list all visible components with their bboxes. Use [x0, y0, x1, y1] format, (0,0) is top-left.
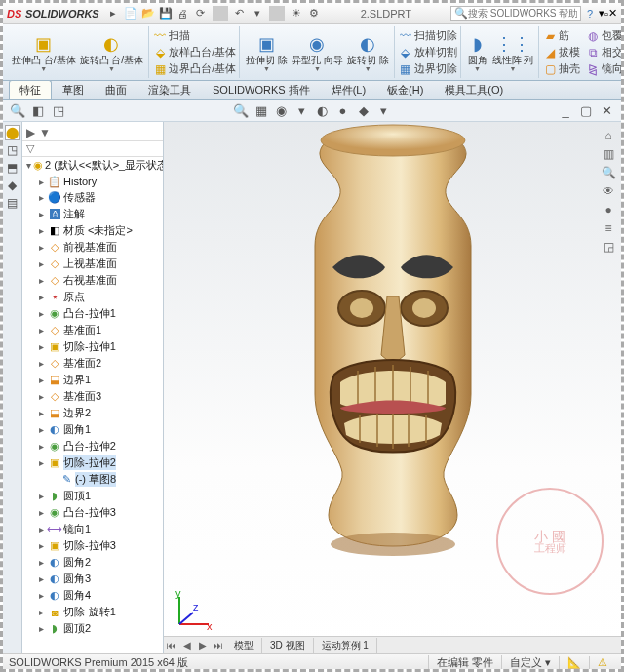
display-icon[interactable]: ◳: [50, 102, 67, 120]
rebuild-icon[interactable]: ⟳: [193, 6, 209, 21]
tp-lib-icon[interactable]: ▥: [601, 146, 616, 162]
linear-pattern-button[interactable]: ⋮⋮线性阵 列▼: [490, 32, 536, 73]
tree-item[interactable]: ▸◉凸台-拉伸1: [22, 305, 163, 322]
tree-item[interactable]: ▸◗圆顶2: [22, 620, 163, 637]
bt-first[interactable]: ⏮: [164, 640, 179, 651]
fm-config-tab[interactable]: ⬒: [5, 160, 20, 176]
boundary-cut-button[interactable]: ▦边界切除: [399, 60, 457, 77]
fm-tree-tab[interactable]: ⬤: [5, 125, 20, 140]
loft-cut-button[interactable]: ⬙放样切割: [399, 44, 457, 60]
status-unit-icon[interactable]: 📐: [559, 656, 589, 669]
options-icon[interactable]: ☀: [289, 6, 304, 21]
tree-root[interactable]: ▾◉2 (默认<<默认>_显示状态 1>: [22, 157, 163, 174]
tab-6[interactable]: 钣金(H): [376, 80, 434, 99]
tree-item[interactable]: ▸▣切除-拉伸3: [22, 537, 163, 554]
tree-item[interactable]: ✎(-) 草图8: [22, 471, 163, 488]
rib-button[interactable]: ▰筋: [543, 27, 580, 44]
draft-button[interactable]: ◢拔模: [543, 44, 580, 60]
max-panel-icon[interactable]: ▢: [577, 102, 595, 120]
status-custom[interactable]: 自定义 ▾: [501, 655, 559, 670]
extrude-boss-button[interactable]: ▣拉伸凸 台/基体▼: [10, 32, 78, 73]
scene-icon[interactable]: ▾: [293, 102, 311, 120]
tab-5[interactable]: 焊件(L): [321, 80, 376, 99]
undo-icon[interactable]: ↶: [232, 6, 248, 21]
tree-item[interactable]: ▸◧材质 <未指定>: [22, 222, 163, 239]
tree-item[interactable]: ▸◇基准面3: [22, 388, 163, 405]
view-orient-icon[interactable]: ▦: [253, 102, 270, 120]
open-icon[interactable]: 📂: [140, 6, 156, 21]
bt-model[interactable]: 模型: [226, 638, 262, 653]
revolve-cut-button[interactable]: ◐旋转切 除▼: [345, 32, 391, 73]
intersect-button[interactable]: ⧉相交: [586, 44, 621, 60]
fm-dim-tab[interactable]: ◆: [5, 178, 20, 193]
tab-7[interactable]: 模具工具(O): [434, 80, 514, 99]
tree-item[interactable]: ▸⭑原点: [22, 289, 163, 305]
tab-3[interactable]: 渲染工具: [137, 80, 202, 99]
3d-viewport[interactable]: yxz 小 國工程师 ⏮ ◀ ▶ ⏭ 模型 3D 视图 运动算例 1: [164, 122, 621, 653]
tree-item[interactable]: ▸◇右视基准面: [22, 272, 163, 289]
select-icon[interactable]: ▾: [250, 6, 265, 21]
tab-4[interactable]: SOLIDWORKS 插件: [202, 80, 321, 99]
tree-item[interactable]: ▸⬓边界1: [22, 372, 163, 388]
shell-button[interactable]: ▢抽壳: [543, 60, 580, 77]
tp-custom-icon[interactable]: ≡: [601, 220, 616, 236]
min-panel-icon[interactable]: _: [557, 102, 574, 120]
tree-item[interactable]: ▸◇前视基准面: [22, 239, 163, 256]
view-mag-icon[interactable]: 🔍: [232, 102, 250, 120]
bt-prev[interactable]: ◀: [179, 640, 195, 651]
status-warn-icon[interactable]: ⚠: [589, 656, 615, 669]
tree-item[interactable]: ▸▣切除-拉伸1: [22, 338, 163, 355]
tree-item[interactable]: ▸◇上视基准面: [22, 256, 163, 272]
print-icon[interactable]: 🖨: [176, 6, 191, 21]
bt-motion[interactable]: 运动算例 1: [314, 638, 377, 653]
tree-item[interactable]: ▸◉凸台-拉伸3: [22, 504, 163, 521]
tp-home-icon[interactable]: ⌂: [601, 128, 616, 143]
tab-1[interactable]: 草图: [52, 80, 95, 99]
section-icon[interactable]: ◐: [314, 102, 332, 120]
bt-next[interactable]: ▶: [195, 640, 211, 651]
save-icon[interactable]: 💾: [158, 6, 174, 21]
view-style-icon[interactable]: ◉: [273, 102, 291, 120]
close-panel-icon[interactable]: ✕: [598, 102, 615, 120]
new-icon[interactable]: ▸: [105, 6, 121, 21]
tree-item[interactable]: ▸◙切除-旋转1: [22, 604, 163, 620]
settings-icon[interactable]: ⚙: [306, 6, 322, 21]
tree-item[interactable]: ▸🔵传感器: [22, 189, 163, 206]
sweep-button[interactable]: 〰扫描: [153, 27, 190, 44]
tree-item[interactable]: ▸⬓边界2: [22, 405, 163, 421]
appearance-icon[interactable]: ●: [334, 102, 352, 120]
tree-item[interactable]: ▸◉凸台-拉伸2: [22, 438, 163, 455]
search-input[interactable]: [468, 8, 577, 19]
tp-view-icon[interactable]: 👁: [601, 183, 616, 199]
file-icon[interactable]: 📄: [123, 6, 138, 21]
tp-appear-icon[interactable]: ●: [601, 202, 616, 217]
revolve-boss-button[interactable]: ◐旋转凸 台/基体▼: [78, 32, 146, 73]
fillet-button[interactable]: ◗圆角▼: [465, 32, 490, 73]
zoom-icon[interactable]: 🔍: [9, 102, 26, 120]
tree-item[interactable]: ▸🅰注解: [22, 206, 163, 222]
tree-item[interactable]: ▸⟷镜向1: [22, 521, 163, 537]
tree-item[interactable]: ▸◐圆角2: [22, 554, 163, 571]
tree-item[interactable]: ▸◐圆角3: [22, 571, 163, 587]
cube-icon[interactable]: ◧: [29, 102, 47, 120]
hide-icon[interactable]: ▾: [375, 102, 393, 120]
tab-2[interactable]: 曲面: [95, 80, 137, 99]
fm-prop-tab[interactable]: ◳: [5, 142, 20, 158]
wrap-button[interactable]: ◍包覆: [586, 27, 621, 44]
view-triad[interactable]: yxz: [172, 589, 214, 634]
orient2-icon[interactable]: ◆: [355, 102, 372, 120]
bt-last[interactable]: ⏭: [211, 640, 226, 651]
sweep-cut-button[interactable]: 〰扫描切除: [399, 27, 457, 44]
tree-item[interactable]: ▸◐圆角1: [22, 421, 163, 438]
extrude-cut-button[interactable]: ▣拉伸切 除▼: [244, 32, 290, 73]
hole-wizard-button[interactable]: ◉异型孔 向导▼: [290, 32, 345, 73]
tree-item[interactable]: ▸◇基准面1: [22, 322, 163, 338]
help-icon[interactable]: ?: [587, 8, 593, 20]
tp-search-icon[interactable]: 🔍: [601, 165, 616, 180]
tree-item[interactable]: ▸◗圆顶1: [22, 488, 163, 504]
tab-0[interactable]: 特征: [9, 80, 52, 99]
bt-3dview[interactable]: 3D 视图: [262, 638, 314, 653]
mirror-button[interactable]: ⧎镜向: [586, 60, 621, 77]
help-search[interactable]: 🔍: [450, 6, 581, 21]
tree-item[interactable]: ▸▣切除-拉伸2: [22, 455, 163, 471]
